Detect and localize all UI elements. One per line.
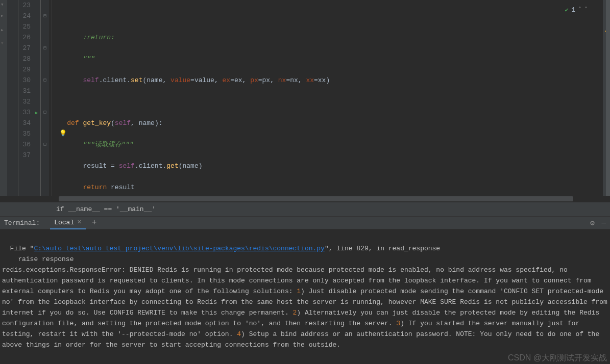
file-link[interactable]: C:\auto_test\auto_test_project\venv\lib\… bbox=[34, 245, 325, 252]
bookmark-gutter bbox=[7, 0, 18, 196]
vscroll-thumb[interactable] bbox=[606, 0, 610, 196]
check-icon: ✔ bbox=[565, 5, 569, 16]
chevron-right-icon[interactable]: ▸ bbox=[1, 12, 4, 19]
doc-text: :return bbox=[83, 34, 111, 41]
next-problem-icon[interactable]: ˅ bbox=[584, 5, 588, 16]
prev-problem-icon[interactable]: ˄ bbox=[578, 5, 581, 16]
run-gutter: ▶ bbox=[33, 0, 41, 196]
editor-pane: ▾ ▸ ▸ ▾ 232425262728293031323334353637 ▶… bbox=[0, 0, 610, 196]
watermark: CSDN @大刚测试开发实战 bbox=[508, 352, 607, 363]
tab-label: Local bbox=[54, 219, 74, 226]
tool-stripe: ▾ ▸ ▸ ▾ bbox=[0, 0, 7, 196]
breadcrumb[interactable]: if __name__ == '__main__' bbox=[0, 202, 610, 216]
docstring: """读取缓存""" bbox=[83, 141, 133, 148]
fold-start-icon[interactable]: ⊟ bbox=[41, 43, 49, 54]
editor-hscroll[interactable] bbox=[0, 196, 610, 202]
terminal-toolbar: Terminal: Local × + ⚙ — bbox=[0, 216, 610, 229]
docstring-end: """ bbox=[83, 55, 94, 63]
hscroll-thumb[interactable] bbox=[59, 196, 573, 201]
chevron-right-icon[interactable]: ▸ bbox=[1, 27, 4, 33]
terminal-tab-local[interactable]: Local × bbox=[50, 216, 85, 229]
bulb-icon[interactable]: 💡 bbox=[59, 128, 67, 139]
line-numbers: 232425262728293031323334353637 bbox=[18, 0, 33, 196]
fold-end-icon[interactable]: ⊟ bbox=[41, 139, 49, 150]
code-area[interactable]: 💡 :return: """ self.client.set(name, val… bbox=[49, 0, 603, 196]
marker-icon: ▾ bbox=[1, 40, 4, 46]
fold-gutter: ⊟ ⊟ ⊟ ⊟ ⊟ bbox=[41, 0, 49, 196]
run-icon[interactable]: ▶ bbox=[35, 111, 38, 116]
gear-icon[interactable]: ⚙ bbox=[590, 219, 594, 227]
fold-end-icon[interactable]: ⊟ bbox=[41, 75, 49, 86]
terminal-output[interactable]: File "C:\auto_test\auto_test_project\ven… bbox=[0, 229, 610, 364]
close-icon[interactable]: × bbox=[77, 218, 81, 226]
problem-count: 1 bbox=[572, 5, 575, 16]
fold-end-icon[interactable]: ⊟ bbox=[41, 11, 49, 21]
terminal-label: Terminal: bbox=[4, 219, 40, 227]
chevron-down-icon[interactable]: ▾ bbox=[1, 1, 4, 8]
fold-start-icon[interactable]: ⊟ bbox=[41, 107, 49, 118]
minimize-icon[interactable]: — bbox=[602, 219, 606, 227]
inspection-widget[interactable]: ✔ 1 ˄ ˅ bbox=[565, 5, 588, 16]
error-stripe[interactable] bbox=[603, 0, 610, 196]
add-terminal-icon[interactable]: + bbox=[92, 218, 97, 227]
